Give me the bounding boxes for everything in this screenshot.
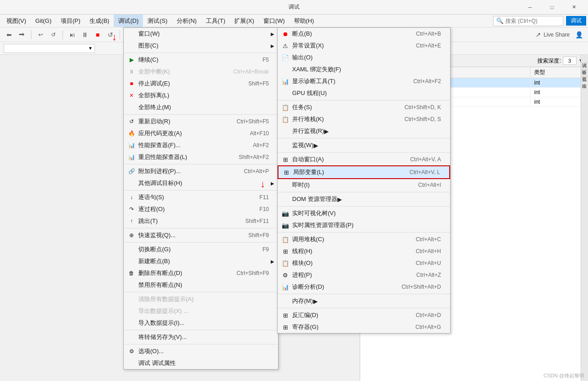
menu-graphics-item[interactable]: 图形(C) ▶: [124, 40, 278, 52]
sub-breakpoint-item[interactable]: ⏺ 断点(B) Ctrl+Alt+B: [278, 28, 450, 40]
menu-break-all-item[interactable]: ⏸ 全部中断(K) Ctrl+Alt+Break: [124, 66, 278, 78]
menu-import-tips-item[interactable]: 导入数据提示(I)...: [124, 317, 278, 329]
toolbar-forward-btn[interactable]: ⮕: [16, 29, 27, 40]
menu-project[interactable]: 项目(P): [56, 15, 85, 27]
live-share-label: Live Share: [544, 32, 570, 38]
sub-auto-window-item[interactable]: ⊞ 自动窗口(A) Ctrl+Alt+V, A: [278, 153, 450, 165]
sub-diag-tools-item[interactable]: 📊 显示诊断工具(T) Ctrl+Alt+F2: [278, 75, 450, 87]
menu-extensions[interactable]: 扩展(X): [230, 15, 258, 27]
menu-test[interactable]: 测试(S): [143, 15, 172, 27]
sub-parallel-watch-item[interactable]: 并行监视(R) ▶: [278, 125, 450, 137]
sub-output-item[interactable]: 📄 输出(O): [278, 52, 450, 64]
menu-step-out-item[interactable]: ↑ 跳出(T) Shift+F11: [124, 215, 278, 227]
sub-memory-item[interactable]: 内存(M) ▶: [278, 295, 450, 307]
menu-tools[interactable]: 工具(T): [201, 15, 230, 27]
menu-view[interactable]: 视图(V): [2, 15, 31, 27]
sub-sep-4: [278, 192, 450, 192]
menu-terminate-item[interactable]: 全部终止(M): [124, 101, 278, 113]
sub-exception-item[interactable]: ⚠ 异常设置(X) Ctrl+Alt+E: [278, 40, 450, 52]
sub-immediate-item[interactable]: 即时(I) Ctrl+Alt+I: [278, 179, 450, 191]
menu-hot-reload-item[interactable]: 🔥 应用代码更改(A) Alt+F10: [124, 127, 278, 139]
sub-locals-item[interactable]: ⊞ 局部变量(L) Ctrl+Alt+V, L: [278, 165, 450, 179]
menu-debug[interactable]: 调试(D): [114, 15, 143, 27]
sub-parallel-stacks-item[interactable]: 📋 并行堆栈(K) Ctrl+Shift+D, S: [278, 113, 450, 125]
menu-debug-props-item[interactable]: 调试 调试属性: [124, 357, 278, 369]
menu-stop-item[interactable]: ■ 停止调试(E) Shift+F5: [124, 78, 278, 90]
sub-diag-analysis-item[interactable]: 📊 诊断分析(D) Ctrl+Shift+Alt+D: [278, 281, 450, 293]
menu-other-targets-item[interactable]: 其他调试目标(H) ▶: [124, 177, 278, 189]
pause-btn[interactable]: ⏸: [79, 29, 90, 40]
menu-restart-item[interactable]: ↺ 重新启动(R) Ctrl+Shift+F5: [124, 116, 278, 127]
minimize-button[interactable]: ─: [520, 0, 541, 15]
menu-build[interactable]: 生成(B): [85, 15, 114, 27]
menu-window-item[interactable]: 窗口(W) ▶: [124, 28, 278, 40]
sub-sep-1: [278, 100, 450, 101]
sub-processes-item[interactable]: ⚙ 进程(P) Ctrl+Alt+Z: [278, 269, 450, 281]
menu-save-dump-item[interactable]: 将转储另存为(V)...: [124, 331, 278, 343]
sub-sep-6: [278, 232, 450, 233]
menu-window[interactable]: 窗口(W): [259, 15, 289, 27]
menu-bar: 视图(V) Git(G) 项目(P) 生成(B) 调试(D) 测试(S) 分析(…: [0, 15, 588, 27]
menu-perf-item[interactable]: 📊 性能探查器(F)... Alt+F2: [124, 139, 278, 151]
dropdown-icon[interactable]: ▼: [88, 46, 93, 51]
sub-threads-item[interactable]: ⊞ 线程(H) Ctrl+Alt+H: [278, 245, 450, 257]
menu-git[interactable]: Git(G): [31, 15, 56, 27]
sub-tasks-icon: 📋: [281, 104, 289, 111]
menu-help[interactable]: 帮助(H): [289, 15, 319, 27]
sub-live-visual-tree-item[interactable]: 📷 实时可视化树(V): [278, 207, 450, 219]
window-submenu: ⏺ 断点(B) Ctrl+Alt+B ⚠ 异常设置(X) Ctrl+Alt+E …: [277, 27, 451, 333]
sub-xaml-binding-item[interactable]: XAML 绑定失败(F): [278, 64, 450, 75]
stop-btn[interactable]: ■: [92, 29, 103, 40]
toolbar-back-btn[interactable]: ⬅: [4, 29, 15, 40]
menu-quick-watch-item[interactable]: ⊕ 快速监视(Q)... Shift+F9: [124, 229, 278, 241]
sub-tasks-item[interactable]: 📋 任务(S) Ctrl+Shift+D, K: [278, 101, 450, 113]
menu-detach-item[interactable]: ✕ 全部拆离(L): [124, 90, 278, 101]
debug-location-box[interactable]: ▼: [4, 44, 95, 53]
sub-modules-icon: 📋: [281, 260, 289, 267]
toolbar-nav1[interactable]: ↩: [35, 29, 46, 40]
menu-clear-tips-item[interactable]: 清除所有数据提示(A): [124, 293, 278, 305]
sub-modules-item[interactable]: 📋 模块(O) Ctrl+Alt+U: [278, 257, 450, 269]
menu-toggle-bp-item[interactable]: 切换断点(G) F9: [124, 243, 278, 255]
sub-output-icon: 📄: [281, 54, 289, 61]
sub-breakpoint-icon: ⏺: [281, 31, 289, 37]
hot-reload-icon: 🔥: [127, 130, 136, 137]
menu-new-bp-item[interactable]: 新建断点(B) ▶: [124, 255, 278, 267]
continue-btn[interactable]: ⏯: [67, 29, 78, 40]
menu-step-over-item[interactable]: ↓ 逐语句(S) F11: [124, 191, 278, 203]
sub-registers-item[interactable]: ⊞ 寄存器(G) Ctrl+Alt+G: [278, 321, 450, 333]
toolbar-nav2[interactable]: ↺: [48, 29, 59, 40]
sub-live-props-item[interactable]: 📷 实时属性资源管理器(P): [278, 219, 450, 231]
sub-dom-explorer-item[interactable]: DOM 资源管理器 ▶: [278, 193, 450, 205]
menu-step-into-item[interactable]: ↷ 逐过程(O) F10: [124, 203, 278, 215]
vert-label-output[interactable]: 输出: [581, 77, 588, 83]
toolbar-sep-2: [63, 30, 63, 39]
menu-continue-item[interactable]: ▶ 继续(C) F5: [124, 54, 278, 66]
sep-3: [124, 164, 278, 164]
detach-icon: ✕: [127, 92, 136, 99]
sub-disassembly-item[interactable]: ⊞ 反汇编(D) Ctrl+Alt+D: [278, 309, 450, 321]
restart-btn[interactable]: ↺: [105, 29, 116, 40]
live-share-btn[interactable]: ↗ Live Share: [536, 31, 570, 38]
vert-label-debug[interactable]: 调试: [581, 57, 588, 63]
sub-gpu-threads-item[interactable]: GPU 线程(U): [278, 87, 450, 99]
vert-label-watch[interactable]: 监视: [581, 70, 588, 76]
sub-sep-7: [278, 294, 450, 294]
sub-call-stack-item[interactable]: 📋 调用堆栈(C) Ctrl+Alt+C: [278, 233, 450, 245]
menu-restart-perf-item[interactable]: 📊 重启性能探查器(L) Shift+Alt+F2: [124, 151, 278, 163]
sub-watch-item[interactable]: 监视(W) ▶: [278, 139, 450, 151]
menu-options-item[interactable]: ⚙ 选项(O)...: [124, 345, 278, 357]
vert-label-diag[interactable]: 诊断: [581, 64, 588, 69]
close-button[interactable]: ✕: [563, 0, 584, 15]
sub-memory-arrow: ▶: [313, 298, 318, 305]
menu-delete-all-bp-item[interactable]: 🗑 删除所有断点(D) Ctrl+Shift+F9: [124, 267, 278, 279]
menu-analyze[interactable]: 分析(N): [172, 15, 201, 27]
user-icon[interactable]: 👤: [573, 29, 584, 40]
menu-search-box[interactable]: 🔍: [493, 16, 563, 26]
menu-export-tips-item[interactable]: 导出数据提示(X) ...: [124, 305, 278, 317]
menu-search-input[interactable]: [505, 18, 560, 24]
menu-attach-item[interactable]: 🔗 附加到进程(P)... Ctrl+Alt+P: [124, 165, 278, 177]
menu-disable-all-bp-item[interactable]: 禁用所有断点(N): [124, 279, 278, 291]
maximize-button[interactable]: □: [541, 0, 562, 15]
search-depth-input[interactable]: [563, 57, 577, 65]
